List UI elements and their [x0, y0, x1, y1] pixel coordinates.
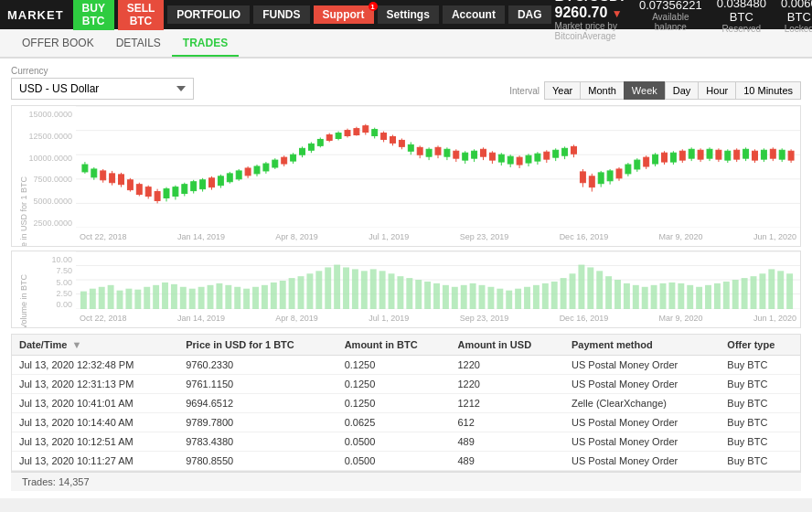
volume-svg: [76, 251, 800, 309]
buy-btc-button[interactable]: BUY BTC: [73, 0, 114, 30]
tab-trades[interactable]: TRADES: [172, 31, 239, 57]
svg-rect-137: [670, 153, 676, 162]
svg-rect-232: [651, 285, 657, 309]
top-navigation: MARKET BUY BTC SELL BTC PORTFOLIO FUNDS …: [0, 0, 812, 29]
cell-payment: Zelle (ClearXchange): [564, 394, 720, 413]
svg-rect-75: [390, 136, 396, 143]
svg-rect-227: [605, 276, 612, 309]
cell-amount-usd: 1212: [450, 394, 564, 413]
svg-rect-41: [236, 171, 241, 179]
interval-month[interactable]: Month: [580, 81, 625, 100]
svg-rect-95: [481, 149, 486, 156]
dag-button[interactable]: DAG: [508, 5, 551, 24]
price-arrow: ▼: [612, 7, 623, 20]
svg-rect-129: [635, 160, 640, 169]
table-row: Jul 13, 2020 10:41:01 AM 9694.6512 0.125…: [12, 394, 800, 413]
svg-rect-19: [136, 185, 142, 195]
portfolio-button[interactable]: PORTFOLIO: [167, 5, 250, 24]
svg-rect-219: [533, 285, 540, 309]
support-badge: 1: [369, 2, 378, 11]
table-row: Jul 13, 2020 10:11:27 AM 9780.8550 0.050…: [12, 452, 800, 471]
cell-amount-usd: 1220: [450, 356, 564, 375]
svg-rect-243: [751, 276, 757, 309]
tab-offer-book[interactable]: OFFER BOOK: [11, 31, 105, 57]
price-y-title: Price in USD for 1 BTC: [19, 176, 28, 248]
svg-rect-91: [463, 153, 468, 160]
svg-rect-139: [679, 151, 685, 160]
svg-rect-93: [472, 151, 477, 158]
svg-rect-206: [415, 280, 422, 309]
col-amount-btc: Amount in BTC: [337, 335, 451, 356]
svg-rect-45: [254, 166, 260, 174]
svg-rect-182: [198, 287, 205, 309]
svg-rect-163: [788, 151, 794, 160]
cell-datetime: Jul 13, 2020 10:11:27 AM: [12, 452, 178, 471]
svg-rect-183: [208, 285, 214, 309]
svg-rect-241: [732, 280, 739, 309]
svg-rect-191: [280, 281, 286, 309]
cell-amount-btc: 0.1250: [337, 356, 451, 375]
svg-rect-174: [125, 289, 132, 309]
svg-rect-125: [616, 169, 622, 178]
svg-rect-194: [306, 273, 313, 309]
svg-rect-99: [498, 155, 504, 162]
svg-rect-141: [689, 149, 694, 158]
cell-datetime: Jul 13, 2020 12:31:13 PM: [12, 375, 178, 394]
svg-rect-101: [508, 156, 513, 164]
table-row: Jul 13, 2020 10:14:40 AM 9789.7800 0.062…: [12, 413, 800, 432]
support-button[interactable]: Support 1: [314, 5, 374, 24]
interval-day[interactable]: Day: [665, 81, 700, 100]
svg-rect-238: [705, 285, 711, 309]
volume-y-title: Volume in BTC: [19, 274, 28, 328]
tab-details[interactable]: DETAILS: [105, 31, 172, 57]
svg-rect-15: [119, 175, 124, 185]
account-button[interactable]: Account: [443, 5, 505, 24]
svg-rect-239: [714, 283, 721, 309]
price-main-block: BTC/USD: 9260.70 ▼ Market price by Bitco…: [555, 0, 625, 41]
svg-rect-184: [216, 283, 222, 309]
svg-rect-109: [544, 152, 550, 159]
interval-week[interactable]: Week: [624, 81, 666, 100]
cell-payment: US Postal Money Order: [564, 356, 720, 375]
svg-rect-149: [725, 151, 731, 160]
cell-amount-usd: 489: [450, 432, 564, 452]
interval-10min[interactable]: 10 Minutes: [735, 81, 801, 100]
sell-btc-button[interactable]: SELL BTC: [118, 0, 164, 30]
footer: Trades: 14,357: [11, 472, 801, 491]
svg-rect-35: [209, 178, 215, 187]
cell-price: 9694.6512: [178, 394, 337, 413]
svg-rect-111: [553, 150, 559, 157]
svg-rect-245: [768, 269, 775, 309]
svg-rect-246: [777, 271, 784, 309]
svg-rect-79: [408, 144, 413, 151]
funds-button[interactable]: FUNDS: [253, 5, 309, 24]
currency-label: Currency: [11, 66, 194, 76]
cell-datetime: Jul 13, 2020 10:14:40 AM: [12, 413, 178, 432]
svg-rect-234: [668, 283, 675, 309]
svg-rect-199: [352, 269, 358, 309]
svg-rect-230: [633, 285, 639, 309]
settings-button[interactable]: Settings: [378, 5, 439, 24]
currency-selector-group: Currency USD - US Dollar: [11, 66, 194, 100]
svg-rect-192: [289, 278, 295, 309]
svg-rect-145: [707, 149, 712, 158]
svg-rect-143: [698, 150, 703, 159]
svg-rect-69: [363, 126, 369, 133]
svg-rect-180: [180, 287, 187, 309]
currency-select[interactable]: USD - US Dollar: [11, 78, 194, 100]
svg-rect-97: [489, 153, 495, 160]
svg-rect-187: [243, 289, 250, 309]
svg-rect-57: [308, 144, 314, 150]
price-x-axis: Oct 22, 2018 Jan 14, 2019 Apr 8, 2019 Ju…: [76, 228, 800, 246]
cell-payment: US Postal Money Order: [564, 452, 720, 471]
svg-rect-218: [524, 287, 530, 309]
locked-block: 0.0060 BTC Locked: [781, 0, 812, 34]
svg-rect-83: [426, 149, 432, 156]
svg-rect-176: [144, 287, 150, 309]
interval-year[interactable]: Year: [544, 81, 581, 100]
svg-rect-67: [354, 129, 359, 135]
col-datetime[interactable]: Date/Time ▼: [12, 335, 178, 356]
svg-rect-177: [153, 285, 159, 309]
svg-rect-81: [417, 147, 422, 155]
interval-hour[interactable]: Hour: [698, 81, 736, 100]
